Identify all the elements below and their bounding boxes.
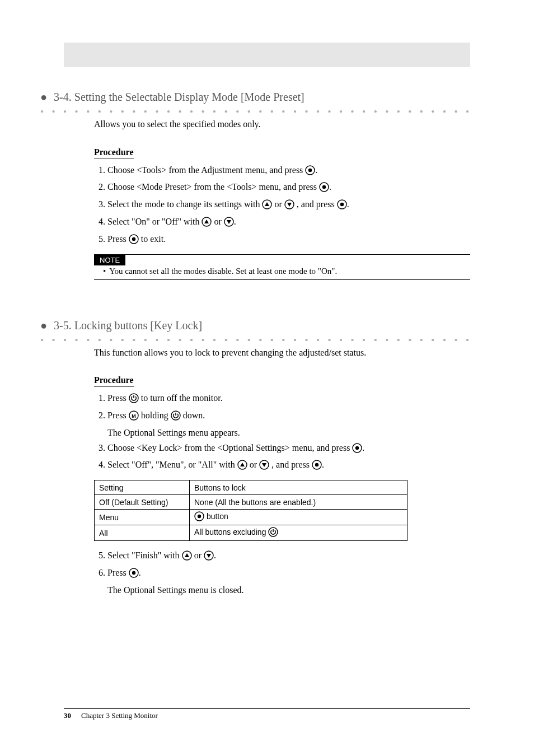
th-lock: Buttons to lock	[190, 480, 407, 495]
th-setting: Setting	[95, 480, 190, 495]
enter-icon	[305, 165, 315, 180]
or-text: or	[214, 217, 223, 226]
footer-chapter: Chapter 3 Setting Monitor	[81, 711, 158, 720]
step-text: to turn off the monitor.	[141, 393, 223, 403]
step-6: Press . The Optional Settings menu is cl…	[107, 566, 470, 598]
step-text: Press	[107, 393, 129, 403]
procedure-steps-key-lock: Press to turn off the monitor. Press M h…	[107, 391, 470, 474]
step-text: .	[329, 182, 331, 192]
svg-marker-11	[204, 220, 209, 223]
procedure-steps-key-lock-cont: Select "Finish" with or . Press . The Op…	[107, 549, 470, 597]
cell-setting: Off (Default Setting)	[95, 495, 190, 510]
bullet-icon: •	[103, 267, 106, 276]
step-text: .	[347, 199, 349, 209]
or-text: or	[250, 460, 259, 469]
down-icon	[284, 199, 294, 214]
enter-icon	[352, 443, 362, 458]
section-intro: Allows you to select the specified modes…	[94, 118, 470, 130]
svg-point-29	[198, 515, 201, 518]
up-icon	[182, 550, 192, 565]
step-text: Press	[107, 568, 129, 577]
cell-lock: All buttons excluding	[190, 525, 407, 541]
step-text: down.	[183, 410, 205, 420]
step-text: Choose <Tools> from the Adjustment menu,…	[107, 165, 305, 175]
svg-marker-32	[185, 553, 189, 557]
note-rule	[94, 254, 470, 255]
key-lock-table: Setting Buttons to lock Off (Default Set…	[94, 480, 407, 541]
step-2: Choose <Mode Preset> from the <Tools> me…	[107, 180, 470, 197]
step-text: Select the mode to change its settings w…	[107, 199, 262, 209]
step-text: Select "Off", "Menu", or "All" with	[107, 460, 237, 469]
svg-marker-34	[207, 554, 211, 558]
svg-point-9	[340, 203, 344, 206]
svg-point-1	[308, 168, 312, 171]
cell-lock: button	[190, 510, 407, 525]
step-text: to exit.	[141, 234, 166, 244]
separator-dots: ● ● ● ● ● ● ● ● ● ● ● ● ● ● ● ● ● ● ● ● …	[40, 337, 470, 341]
svg-text:M: M	[132, 413, 136, 418]
power-icon	[171, 410, 181, 425]
or-text: or	[194, 550, 204, 560]
section-intro: This function allows you to lock to prev…	[94, 347, 470, 359]
section-title-mode-preset: ●3-4. Setting the Selectable Display Mod…	[40, 91, 470, 104]
note-label: NOTE	[94, 255, 125, 265]
table-header-row: Setting Buttons to lock	[95, 480, 407, 495]
step-1: Press to turn off the monitor.	[107, 391, 470, 408]
power-icon	[268, 527, 278, 539]
svg-marker-25	[262, 463, 266, 467]
section-title-text: 3-4. Setting the Selectable Display Mode…	[54, 91, 305, 103]
step-text: holding	[141, 410, 171, 420]
enter-icon	[337, 199, 347, 214]
mode-icon: M	[129, 410, 139, 425]
enter-icon	[129, 234, 139, 249]
note-body: •You cannot set all the modes disable. S…	[94, 265, 470, 279]
svg-marker-23	[240, 463, 245, 466]
cell-lock: None (All the buttons are enabled.)	[190, 495, 407, 510]
step-text: .	[234, 217, 236, 226]
svg-point-21	[355, 446, 359, 449]
step-text: , and press	[271, 460, 312, 469]
down-icon	[259, 460, 269, 474]
cell-setting: Menu	[95, 510, 190, 525]
step-sub: The Optional Settings menu appears.	[107, 426, 470, 440]
section-title-text: 3-5. Locking buttons [Key Lock]	[54, 319, 202, 332]
down-icon	[224, 217, 234, 231]
step-3: Select the mode to change its settings w…	[107, 198, 470, 214]
step-text: .	[214, 550, 216, 560]
up-icon	[262, 199, 272, 214]
step-text: .	[322, 460, 324, 469]
step-text: .	[139, 568, 141, 577]
step-text: , and press	[297, 199, 337, 209]
bullet-icon: ●	[40, 319, 47, 332]
note-block: NOTE •You cannot set all the modes disab…	[94, 254, 470, 280]
enter-icon	[312, 460, 322, 474]
svg-marker-5	[265, 202, 269, 206]
up-icon	[237, 460, 247, 474]
step-2: Press M holding down. The Optional Setti…	[107, 409, 470, 440]
step-text: .	[362, 443, 364, 452]
table-row: All All buttons excluding	[95, 525, 407, 541]
up-icon	[202, 217, 212, 231]
step-4: Select "Off", "Menu", or "All" with or ,…	[107, 458, 470, 474]
svg-marker-13	[227, 220, 231, 224]
or-text: or	[274, 199, 284, 209]
step-1: Choose <Tools> from the Adjustment menu,…	[107, 164, 470, 180]
table-row: Menu button	[95, 510, 407, 525]
cell-setting: All	[95, 525, 190, 541]
cell-text: All buttons excluding	[194, 528, 268, 536]
enter-icon	[194, 511, 204, 523]
note-text: You cannot set all the modes disable. Se…	[109, 267, 337, 276]
page-footer: 30 Chapter 3 Setting Monitor	[64, 708, 470, 720]
step-text: Press	[107, 410, 129, 420]
section-title-key-lock: ●3-5. Locking buttons [Key Lock]	[40, 319, 470, 332]
step-5: Press to exit.	[107, 232, 470, 249]
power-icon	[129, 393, 139, 408]
down-icon	[204, 550, 214, 565]
step-4: Select "On" or "Off" with or .	[107, 215, 470, 231]
step-text: Select "On" or "Off" with	[107, 217, 202, 226]
step-text: .	[315, 165, 317, 175]
bullet-icon: ●	[40, 91, 47, 103]
step-text: Choose <Key Lock> from the <Optional Set…	[107, 443, 352, 452]
table-row: Off (Default Setting) None (All the butt…	[95, 495, 407, 510]
step-3: Choose <Key Lock> from the <Optional Set…	[107, 441, 470, 458]
